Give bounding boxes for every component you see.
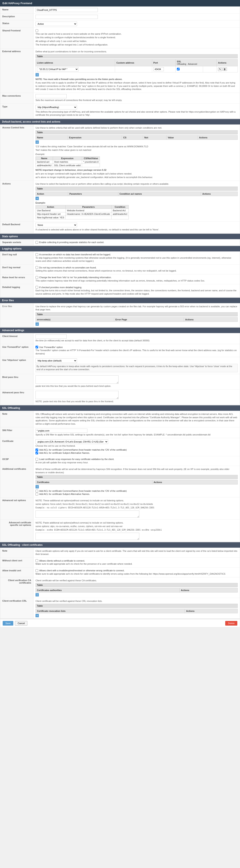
action-col-header: Action xyxy=(36,191,68,196)
bind-pass-thru-label: Bind pass thru xyxy=(0,374,33,389)
separate-sockets-checkbox[interactable] xyxy=(35,241,38,244)
advanced-section: Client timeout the time (in milliseconds… xyxy=(0,333,240,405)
allow-invalid-checkbox[interactable] xyxy=(35,569,38,572)
ocsp-note2: A cron job will update the ocsp response… xyxy=(35,461,238,464)
add-ca-cert-button[interactable]: + xyxy=(35,593,39,596)
status-select[interactable]: Active xyxy=(35,22,77,26)
dont-log-null-content: A connection on which no data has been t… xyxy=(33,252,240,265)
ocsp-row: OCSP Load certificate ocsp responses for… xyxy=(0,456,240,466)
name-input[interactable] xyxy=(35,8,98,12)
errorpage-col: Error Page xyxy=(114,317,184,321)
forwardfor-row: Use 'ForwardFor' option Use 'Forwardfor'… xyxy=(0,344,240,357)
save-button[interactable]: Save xyxy=(3,621,13,625)
table-row: Use Backend Website-frontend Backend-Acl xyxy=(36,209,129,212)
separate-sockets-note: Enable collecting & providing separate s… xyxy=(39,241,104,244)
default-backend-select[interactable]: None xyxy=(35,223,77,227)
raise-errors-label: Raise level for errors xyxy=(0,274,33,284)
error-files-section-header: Error files xyxy=(0,298,240,303)
table-row: New log/format value: YES xyxy=(36,216,129,219)
page-header: Edit HAProxy Frontend xyxy=(0,0,240,6)
ocsp-checkbox[interactable] xyxy=(35,458,38,461)
ssl-offloading-checkbox[interactable] xyxy=(177,68,180,70)
dont-log-normal-checkbox[interactable] xyxy=(35,266,38,269)
add-san-label: Add ACL for certificate Subject Alternat… xyxy=(39,452,90,454)
separate-sockets-content: Enable collecting & providing separate s… xyxy=(33,239,240,245)
dont-log-null-note2: To skip logging probes from monitoring s… xyxy=(35,256,238,263)
add-san-checkbox[interactable] xyxy=(35,452,38,454)
cancel-button[interactable]: Cancel xyxy=(15,621,27,625)
acl-example-label: Example: xyxy=(35,153,238,156)
general-settings-section: Name Description Status Active Shared Fr… xyxy=(0,6,240,119)
without-cert-row: Without client cert Allows clients witho… xyxy=(0,558,240,567)
ca-actions-col: Actions xyxy=(180,588,238,592)
shared-frontend-checkbox[interactable] xyxy=(35,29,38,32)
type-select[interactable]: http (https/offloading) xyxy=(35,105,77,110)
acl-not-header: Not xyxy=(143,135,167,140)
certs-col: Certificates xyxy=(36,480,152,484)
add-commonname-checkbox[interactable] xyxy=(35,490,38,492)
httpclose-note: By default HAProxy operates in keep-aliv… xyxy=(35,364,238,372)
listen-address-select[interactable]: *10.33.2.2 (Virtual IP for HAP * xyxy=(37,67,78,71)
acl-row: Access Control lists Use these to define… xyxy=(0,125,240,181)
acl-important-text1: acl's are no longer combined with logica… xyxy=(35,172,238,175)
bind-pass-thru-note: paste text into this box that you would … xyxy=(35,384,238,388)
shared-frontend-note4: The frontend settings will be merged int… xyxy=(35,43,238,46)
acl-name-header: Name xyxy=(36,135,68,140)
sni-filter-input[interactable] xyxy=(35,429,88,433)
add-acl-checkbox[interactable] xyxy=(35,448,38,451)
add-acl-button[interactable]: + xyxy=(35,141,39,144)
crl-row: Client verification CRL Client certifica… xyxy=(0,598,240,618)
listen-col-header: Listen address xyxy=(36,59,115,66)
detailed-logging-checkbox[interactable] xyxy=(35,286,38,288)
advanced-pass-thru-content: NOTE: paste text into this box that you … xyxy=(33,390,240,405)
default-backend-section: Access Control lists Use these to define… xyxy=(0,124,240,233)
error-files-row: Error files Use these to replace the err… xyxy=(0,303,240,327)
external-address-label: External address xyxy=(0,49,33,93)
additional-certs-table-label: Table xyxy=(35,475,238,479)
advanced-cert-ssl-row: Advanced certificate specific ssl option… xyxy=(0,520,240,541)
certificate-label: Certificate xyxy=(0,438,33,456)
advanced-ssl-note1: NOTE: These additional ssl options(witho… xyxy=(35,499,238,502)
edit-row-button[interactable]: ✎ xyxy=(218,67,222,71)
custom-address-cell xyxy=(115,66,152,72)
certificate-select[interactable]: prglas.com (CA: Acmecert: O=Let's Encryp… xyxy=(35,439,108,444)
client-timeout-input[interactable] xyxy=(35,335,67,339)
actions-table: Action Parameters Condition acl names Ac… xyxy=(35,191,238,196)
max-connections-input[interactable] xyxy=(35,94,67,98)
add-error-file-button[interactable]: + xyxy=(35,322,39,326)
description-input[interactable] xyxy=(35,15,98,19)
status-label: Status xyxy=(0,20,33,27)
add-san2-checkbox[interactable] xyxy=(35,493,38,496)
raise-errors-checkbox[interactable] xyxy=(35,276,38,279)
delete-button[interactable]: Delete xyxy=(225,621,237,625)
bind-pass-thru-content: paste text into this box that you would … xyxy=(33,374,240,389)
port-input[interactable] xyxy=(153,67,164,71)
dont-log-null-checkbox[interactable] xyxy=(35,253,38,256)
advanced-cert-textarea[interactable] xyxy=(35,533,139,540)
ca-certs-table-label: Table xyxy=(35,583,238,587)
advanced-ssl-textarea[interactable] xyxy=(35,510,139,518)
raise-errors-note: Change the level from 'info' to 'err' fo… xyxy=(39,276,111,279)
add-crl-button[interactable]: + xyxy=(35,614,39,617)
forwardfor-checkbox[interactable] xyxy=(35,346,38,348)
bind-pass-thru-textarea[interactable] xyxy=(35,375,118,384)
row-actions-cell: ✎ 🗑 xyxy=(217,66,238,72)
add-address-button[interactable]: + xyxy=(35,73,39,76)
add-acl-label: Add ACL for certificate CommonName (host… xyxy=(39,448,127,451)
ca-authorities-col: Certificates authorities xyxy=(36,588,180,592)
detailed-logging-content: If checked provides more detailed loggin… xyxy=(33,284,240,297)
httpclose-select[interactable]: http-keep-alive (default) xyxy=(35,359,77,363)
delete-row-button[interactable]: 🗑 xyxy=(222,67,227,71)
add-action-button[interactable]: + xyxy=(35,197,39,200)
shared-frontend-row: Shared Frontend This can be used to host… xyxy=(0,28,240,49)
add-commonname-label: Add ACL for certificate CommonName (host… xyxy=(39,490,127,492)
crl-label: Client verification CRL xyxy=(0,598,33,618)
advanced-cert-note2: some options: alps, no-ca-names, ecdhe, … xyxy=(35,525,238,528)
errorcode-col: errorcode(s) xyxy=(36,317,114,321)
detailed-logging-label: Detailed logging xyxy=(0,284,33,297)
max-connections-row: Max connections Sets the maximum amount … xyxy=(0,93,240,104)
without-cert-checkbox[interactable] xyxy=(35,559,38,562)
add-cert-button[interactable]: + xyxy=(35,485,39,489)
advanced-pass-thru-textarea[interactable] xyxy=(35,391,118,399)
crl-note: Client certificate will be verified agai… xyxy=(35,599,238,603)
